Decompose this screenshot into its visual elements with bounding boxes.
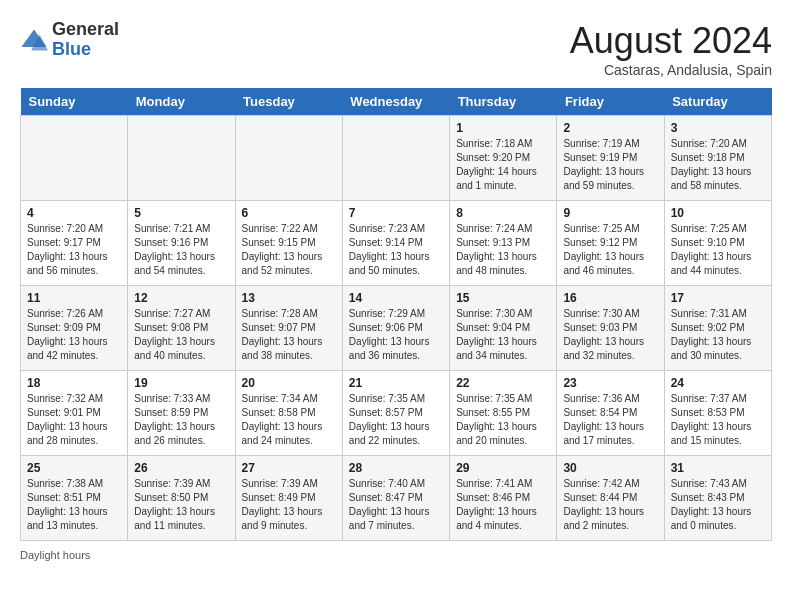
day-number: 5 bbox=[134, 206, 228, 220]
day-number: 22 bbox=[456, 376, 550, 390]
calendar-cell: 7Sunrise: 7:23 AM Sunset: 9:14 PM Daylig… bbox=[342, 201, 449, 286]
day-number: 24 bbox=[671, 376, 765, 390]
calendar-cell: 30Sunrise: 7:42 AM Sunset: 8:44 PM Dayli… bbox=[557, 456, 664, 541]
day-info: Sunrise: 7:42 AM Sunset: 8:44 PM Dayligh… bbox=[563, 477, 657, 533]
day-info: Sunrise: 7:30 AM Sunset: 9:04 PM Dayligh… bbox=[456, 307, 550, 363]
day-info: Sunrise: 7:25 AM Sunset: 9:12 PM Dayligh… bbox=[563, 222, 657, 278]
calendar-cell: 29Sunrise: 7:41 AM Sunset: 8:46 PM Dayli… bbox=[450, 456, 557, 541]
day-number: 2 bbox=[563, 121, 657, 135]
day-number: 23 bbox=[563, 376, 657, 390]
calendar-cell: 31Sunrise: 7:43 AM Sunset: 8:43 PM Dayli… bbox=[664, 456, 771, 541]
day-number: 12 bbox=[134, 291, 228, 305]
day-info: Sunrise: 7:35 AM Sunset: 8:57 PM Dayligh… bbox=[349, 392, 443, 448]
month-year: August 2024 bbox=[570, 20, 772, 62]
calendar-cell bbox=[128, 116, 235, 201]
day-info: Sunrise: 7:36 AM Sunset: 8:54 PM Dayligh… bbox=[563, 392, 657, 448]
calendar-cell: 24Sunrise: 7:37 AM Sunset: 8:53 PM Dayli… bbox=[664, 371, 771, 456]
day-info: Sunrise: 7:30 AM Sunset: 9:03 PM Dayligh… bbox=[563, 307, 657, 363]
day-info: Sunrise: 7:32 AM Sunset: 9:01 PM Dayligh… bbox=[27, 392, 121, 448]
week-row-2: 4Sunrise: 7:20 AM Sunset: 9:17 PM Daylig… bbox=[21, 201, 772, 286]
logo-blue: Blue bbox=[52, 39, 91, 59]
day-info: Sunrise: 7:20 AM Sunset: 9:17 PM Dayligh… bbox=[27, 222, 121, 278]
day-number: 6 bbox=[242, 206, 336, 220]
day-info: Sunrise: 7:35 AM Sunset: 8:55 PM Dayligh… bbox=[456, 392, 550, 448]
calendar-cell: 27Sunrise: 7:39 AM Sunset: 8:49 PM Dayli… bbox=[235, 456, 342, 541]
day-number: 8 bbox=[456, 206, 550, 220]
day-number: 14 bbox=[349, 291, 443, 305]
day-number: 15 bbox=[456, 291, 550, 305]
calendar-table: SundayMondayTuesdayWednesdayThursdayFrid… bbox=[20, 88, 772, 541]
calendar-cell: 20Sunrise: 7:34 AM Sunset: 8:58 PM Dayli… bbox=[235, 371, 342, 456]
day-info: Sunrise: 7:22 AM Sunset: 9:15 PM Dayligh… bbox=[242, 222, 336, 278]
day-info: Sunrise: 7:25 AM Sunset: 9:10 PM Dayligh… bbox=[671, 222, 765, 278]
title-area: August 2024 Castaras, Andalusia, Spain bbox=[570, 20, 772, 78]
day-info: Sunrise: 7:43 AM Sunset: 8:43 PM Dayligh… bbox=[671, 477, 765, 533]
day-info: Sunrise: 7:38 AM Sunset: 8:51 PM Dayligh… bbox=[27, 477, 121, 533]
week-row-5: 25Sunrise: 7:38 AM Sunset: 8:51 PM Dayli… bbox=[21, 456, 772, 541]
day-headers-row: SundayMondayTuesdayWednesdayThursdayFrid… bbox=[21, 88, 772, 116]
day-header-saturday: Saturday bbox=[664, 88, 771, 116]
day-info: Sunrise: 7:39 AM Sunset: 8:49 PM Dayligh… bbox=[242, 477, 336, 533]
calendar-cell: 13Sunrise: 7:28 AM Sunset: 9:07 PM Dayli… bbox=[235, 286, 342, 371]
calendar-cell: 16Sunrise: 7:30 AM Sunset: 9:03 PM Dayli… bbox=[557, 286, 664, 371]
logo-icon bbox=[20, 26, 48, 54]
day-header-wednesday: Wednesday bbox=[342, 88, 449, 116]
day-number: 11 bbox=[27, 291, 121, 305]
calendar-body: 1Sunrise: 7:18 AM Sunset: 9:20 PM Daylig… bbox=[21, 116, 772, 541]
day-number: 25 bbox=[27, 461, 121, 475]
day-number: 27 bbox=[242, 461, 336, 475]
footer-note: Daylight hours bbox=[20, 549, 772, 561]
day-info: Sunrise: 7:23 AM Sunset: 9:14 PM Dayligh… bbox=[349, 222, 443, 278]
calendar-cell: 11Sunrise: 7:26 AM Sunset: 9:09 PM Dayli… bbox=[21, 286, 128, 371]
day-number: 19 bbox=[134, 376, 228, 390]
day-info: Sunrise: 7:41 AM Sunset: 8:46 PM Dayligh… bbox=[456, 477, 550, 533]
calendar-cell: 18Sunrise: 7:32 AM Sunset: 9:01 PM Dayli… bbox=[21, 371, 128, 456]
week-row-3: 11Sunrise: 7:26 AM Sunset: 9:09 PM Dayli… bbox=[21, 286, 772, 371]
logo-general: General bbox=[52, 19, 119, 39]
day-info: Sunrise: 7:18 AM Sunset: 9:20 PM Dayligh… bbox=[456, 137, 550, 193]
day-header-thursday: Thursday bbox=[450, 88, 557, 116]
day-header-monday: Monday bbox=[128, 88, 235, 116]
calendar-cell: 14Sunrise: 7:29 AM Sunset: 9:06 PM Dayli… bbox=[342, 286, 449, 371]
day-info: Sunrise: 7:27 AM Sunset: 9:08 PM Dayligh… bbox=[134, 307, 228, 363]
calendar-cell: 10Sunrise: 7:25 AM Sunset: 9:10 PM Dayli… bbox=[664, 201, 771, 286]
day-number: 4 bbox=[27, 206, 121, 220]
day-info: Sunrise: 7:34 AM Sunset: 8:58 PM Dayligh… bbox=[242, 392, 336, 448]
day-info: Sunrise: 7:39 AM Sunset: 8:50 PM Dayligh… bbox=[134, 477, 228, 533]
logo: General Blue bbox=[20, 20, 119, 60]
day-header-tuesday: Tuesday bbox=[235, 88, 342, 116]
logo-text: General Blue bbox=[52, 20, 119, 60]
calendar-cell: 15Sunrise: 7:30 AM Sunset: 9:04 PM Dayli… bbox=[450, 286, 557, 371]
day-header-friday: Friday bbox=[557, 88, 664, 116]
day-info: Sunrise: 7:28 AM Sunset: 9:07 PM Dayligh… bbox=[242, 307, 336, 363]
calendar-cell: 2Sunrise: 7:19 AM Sunset: 9:19 PM Daylig… bbox=[557, 116, 664, 201]
day-info: Sunrise: 7:29 AM Sunset: 9:06 PM Dayligh… bbox=[349, 307, 443, 363]
week-row-4: 18Sunrise: 7:32 AM Sunset: 9:01 PM Dayli… bbox=[21, 371, 772, 456]
calendar-cell: 23Sunrise: 7:36 AM Sunset: 8:54 PM Dayli… bbox=[557, 371, 664, 456]
day-number: 13 bbox=[242, 291, 336, 305]
day-number: 17 bbox=[671, 291, 765, 305]
calendar-cell: 21Sunrise: 7:35 AM Sunset: 8:57 PM Dayli… bbox=[342, 371, 449, 456]
calendar-cell: 17Sunrise: 7:31 AM Sunset: 9:02 PM Dayli… bbox=[664, 286, 771, 371]
calendar-cell: 22Sunrise: 7:35 AM Sunset: 8:55 PM Dayli… bbox=[450, 371, 557, 456]
day-number: 18 bbox=[27, 376, 121, 390]
day-number: 26 bbox=[134, 461, 228, 475]
week-row-1: 1Sunrise: 7:18 AM Sunset: 9:20 PM Daylig… bbox=[21, 116, 772, 201]
calendar-cell bbox=[235, 116, 342, 201]
day-number: 28 bbox=[349, 461, 443, 475]
calendar-cell: 1Sunrise: 7:18 AM Sunset: 9:20 PM Daylig… bbox=[450, 116, 557, 201]
location: Castaras, Andalusia, Spain bbox=[570, 62, 772, 78]
day-info: Sunrise: 7:31 AM Sunset: 9:02 PM Dayligh… bbox=[671, 307, 765, 363]
day-number: 1 bbox=[456, 121, 550, 135]
day-number: 7 bbox=[349, 206, 443, 220]
day-info: Sunrise: 7:40 AM Sunset: 8:47 PM Dayligh… bbox=[349, 477, 443, 533]
day-number: 3 bbox=[671, 121, 765, 135]
calendar-cell: 25Sunrise: 7:38 AM Sunset: 8:51 PM Dayli… bbox=[21, 456, 128, 541]
day-info: Sunrise: 7:24 AM Sunset: 9:13 PM Dayligh… bbox=[456, 222, 550, 278]
day-number: 21 bbox=[349, 376, 443, 390]
day-info: Sunrise: 7:21 AM Sunset: 9:16 PM Dayligh… bbox=[134, 222, 228, 278]
calendar-cell bbox=[21, 116, 128, 201]
calendar-cell: 19Sunrise: 7:33 AM Sunset: 8:59 PM Dayli… bbox=[128, 371, 235, 456]
calendar-cell: 12Sunrise: 7:27 AM Sunset: 9:08 PM Dayli… bbox=[128, 286, 235, 371]
day-number: 9 bbox=[563, 206, 657, 220]
